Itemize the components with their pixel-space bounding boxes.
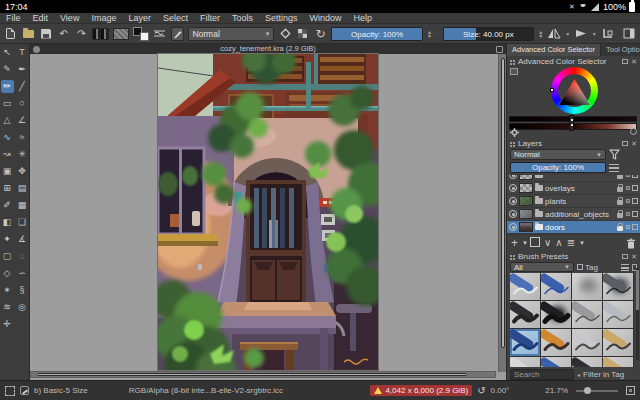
mirror-options-caret[interactable]: ▼ bbox=[565, 32, 570, 36]
tool-calligraphy[interactable]: ✒ bbox=[16, 63, 29, 76]
tool-polygon[interactable]: △ bbox=[1, 114, 14, 127]
tool-magnetic-select[interactable]: ≋ bbox=[1, 301, 14, 314]
tool-pan[interactable]: ✛ bbox=[1, 318, 14, 331]
visibility-eye-icon[interactable] bbox=[509, 197, 517, 205]
layer-blending-dropdown[interactable]: Normal▼ bbox=[510, 149, 606, 160]
layer-row-partial[interactable]: α bbox=[507, 175, 640, 181]
brush-preset-airbrush-soft[interactable] bbox=[572, 273, 602, 300]
shade-selector-handle[interactable] bbox=[569, 115, 574, 131]
tool-polyline[interactable]: ∠ bbox=[16, 114, 29, 127]
save-icon[interactable] bbox=[39, 27, 53, 41]
layer-style-icon[interactable] bbox=[632, 185, 638, 191]
foreground-background-colors[interactable] bbox=[133, 27, 149, 41]
tool-fill[interactable]: ◧ bbox=[1, 216, 14, 229]
tab-advanced-color-selector[interactable]: Advanced Color Selector bbox=[507, 44, 601, 56]
layer-style-icon[interactable] bbox=[632, 211, 638, 217]
visibility-eye-icon[interactable] bbox=[509, 223, 517, 231]
layer-row-doors[interactable]: doors α bbox=[507, 221, 640, 233]
menu-file[interactable]: File bbox=[0, 13, 27, 23]
brush-preset-pen-silver[interactable] bbox=[603, 301, 633, 328]
close-docker-icon[interactable]: ✕ bbox=[631, 253, 637, 260]
rotation-reset-icon[interactable]: ↺ bbox=[477, 386, 485, 396]
tool-freehand-brush[interactable]: ✏ bbox=[1, 80, 14, 93]
wrap-options-caret[interactable]: ▼ bbox=[592, 32, 597, 36]
tool-pattern-edit[interactable]: ▦ bbox=[16, 199, 29, 212]
tool-bezier-curve[interactable]: ∿ bbox=[1, 131, 14, 144]
tool-rect-select[interactable]: ▢ bbox=[1, 250, 14, 263]
filter-in-tag-label[interactable]: Filter in Tag bbox=[583, 370, 624, 379]
inherit-alpha-icon[interactable]: α bbox=[625, 223, 630, 231]
lock-icon[interactable] bbox=[617, 213, 623, 218]
menu-tools[interactable]: Tools bbox=[226, 13, 259, 23]
brush-preset-brush-orange-handle[interactable] bbox=[541, 329, 571, 356]
size-slider[interactable]: Size: 40.00 px bbox=[443, 27, 535, 41]
tool-transform[interactable]: ▣ bbox=[1, 165, 14, 178]
move-layer-down-button[interactable]: ∨ bbox=[544, 238, 551, 248]
brush-preset-wet-paint-blue[interactable] bbox=[510, 329, 540, 356]
canvas-painting[interactable] bbox=[158, 54, 378, 370]
tool-text[interactable]: T bbox=[16, 46, 29, 59]
menu-settings[interactable]: Settings bbox=[259, 13, 304, 23]
brush-preset-eraser-soft[interactable] bbox=[510, 273, 540, 300]
preserve-alpha-icon[interactable] bbox=[296, 27, 310, 41]
inherit-alpha-icon[interactable]: α bbox=[625, 184, 630, 192]
tool-rectangle[interactable]: ▭ bbox=[1, 97, 14, 110]
brush-preset-pencil-gray[interactable] bbox=[572, 301, 602, 328]
layer-row-plants[interactable]: plants α bbox=[507, 195, 640, 207]
move-layer-up-button[interactable]: ∧ bbox=[555, 238, 562, 248]
tool-freehand-path[interactable]: ≈ bbox=[16, 131, 29, 144]
layer-properties-button[interactable]: ≣ bbox=[567, 238, 575, 248]
visibility-eye-icon[interactable] bbox=[509, 175, 517, 179]
inherit-alpha-icon[interactable]: α bbox=[625, 210, 630, 218]
settings-gear-icon[interactable] bbox=[510, 128, 519, 139]
brush-search-input[interactable] bbox=[510, 369, 574, 380]
lock-icon[interactable] bbox=[617, 226, 623, 231]
tool-edit-shapes[interactable]: ✎ bbox=[1, 63, 14, 76]
lock-icon[interactable] bbox=[617, 200, 623, 205]
opacity-slider[interactable]: Opacity: 100% bbox=[331, 27, 423, 41]
tool-line[interactable]: ╱ bbox=[16, 80, 29, 93]
brush-preset-partial-light[interactable] bbox=[510, 357, 540, 367]
brush-preset-chooser-icon[interactable] bbox=[171, 27, 185, 41]
brush-preset-ink-pen-dark[interactable] bbox=[603, 273, 633, 300]
tool-ellipse-select[interactable]: ◌ bbox=[16, 250, 29, 263]
brush-preset-partial-tan[interactable] bbox=[603, 357, 633, 367]
brush-editor-icon[interactable] bbox=[153, 27, 167, 41]
mirror-vertical-icon[interactable] bbox=[574, 27, 588, 41]
float-subwindow-icon[interactable] bbox=[496, 46, 503, 53]
tool-crop[interactable]: ⊞ bbox=[1, 182, 14, 195]
layer-style-icon[interactable] bbox=[632, 224, 638, 230]
float-docker-icon[interactable] bbox=[622, 254, 628, 259]
inherit-alpha-icon[interactable]: α bbox=[625, 197, 630, 205]
opacity-spinner[interactable]: ▲▼ bbox=[427, 30, 432, 38]
brush-preset-partial-blue[interactable] bbox=[541, 357, 571, 367]
inherit-alpha-icon[interactable]: α bbox=[625, 175, 630, 179]
snap-transform-icon[interactable] bbox=[601, 27, 615, 41]
tool-move[interactable]: ✥ bbox=[16, 165, 29, 178]
tab-tool-options[interactable]: Tool Options bbox=[601, 44, 640, 56]
tool-color-sampler[interactable]: ✐ bbox=[1, 199, 14, 212]
menu-filter[interactable]: Filter bbox=[194, 13, 226, 23]
tool-smart-patch[interactable]: ❏ bbox=[16, 216, 29, 229]
canvas-horizontal-scrollbar[interactable] bbox=[30, 371, 496, 378]
layer-opacity-slider[interactable]: Opacity: 100% bbox=[510, 162, 606, 173]
menu-image[interactable]: Image bbox=[85, 13, 122, 23]
add-layer-caret[interactable]: ▼ bbox=[522, 240, 528, 246]
menu-layer[interactable]: Layer bbox=[122, 13, 157, 23]
lock-icon[interactable] bbox=[617, 175, 623, 179]
tool-similar-select[interactable]: ✶ bbox=[1, 284, 14, 297]
brush-grid-scrollbar[interactable] bbox=[636, 268, 639, 360]
visibility-eye-icon[interactable] bbox=[509, 210, 517, 218]
duplicate-layer-button[interactable] bbox=[532, 239, 540, 247]
filter-in-tag-caret[interactable]: ◂ bbox=[577, 372, 580, 378]
visibility-eye-icon[interactable] bbox=[509, 184, 517, 192]
mirror-horizontal-icon[interactable] bbox=[547, 27, 561, 41]
float-docker-icon[interactable] bbox=[622, 59, 628, 64]
tool-assistants[interactable]: ✦ bbox=[1, 233, 14, 246]
canvas-vertical-scrollbar[interactable] bbox=[498, 54, 506, 372]
add-layer-button[interactable]: + bbox=[511, 237, 518, 249]
menu-view[interactable]: View bbox=[54, 13, 85, 23]
brush-preset-pencil-graphite[interactable] bbox=[603, 329, 633, 356]
tool-multibrush[interactable]: ✳ bbox=[16, 148, 29, 161]
menu-window[interactable]: Window bbox=[303, 13, 347, 23]
